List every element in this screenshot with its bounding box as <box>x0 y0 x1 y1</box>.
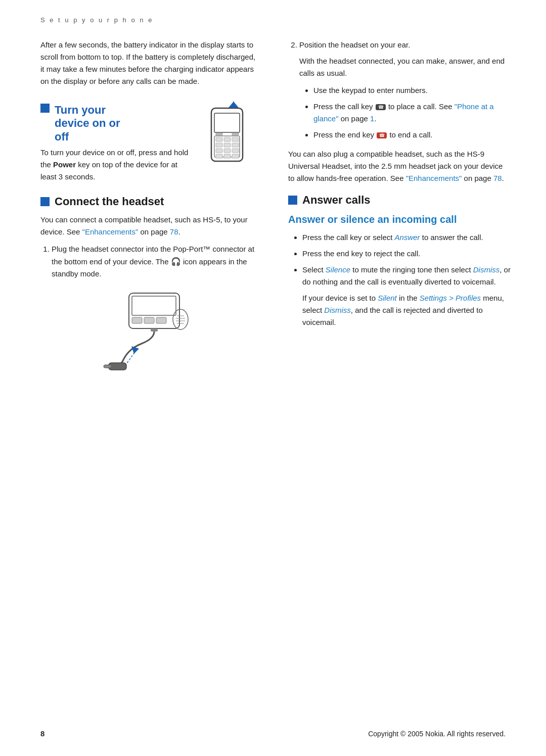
svg-rect-21 <box>132 317 142 323</box>
page-78-link-1[interactable]: 78 <box>170 227 178 236</box>
dismiss-italic-1: Dismiss <box>473 265 500 274</box>
svg-rect-15 <box>216 133 222 135</box>
bullet-keypad: Use the keypad to enter numbers. <box>313 84 511 97</box>
end-key-svg: ☎ <box>376 132 387 139</box>
dismiss-italic-2: Dismiss <box>324 306 351 314</box>
answer-calls-heading: Answer calls <box>302 194 371 207</box>
svg-rect-12 <box>216 154 222 158</box>
svg-rect-1 <box>214 113 240 132</box>
svg-text:☎: ☎ <box>378 105 383 110</box>
page-number: 8 <box>40 729 44 738</box>
if-silent-text: If your device is set to Silent in the S… <box>302 292 511 328</box>
page-78-link-2[interactable]: 78 <box>493 174 502 182</box>
blue-square-answer-icon <box>288 196 297 205</box>
headset-illustration-container <box>40 288 258 379</box>
answer-italic: Answer <box>395 233 420 242</box>
headphone-icon: 🎧 <box>171 257 181 266</box>
svg-rect-26 <box>104 365 112 368</box>
two-col-layout: After a few seconds, the battery indicat… <box>0 29 546 384</box>
answer-bullet-1: Press the call key or select Answer to a… <box>302 231 511 244</box>
svg-rect-23 <box>156 317 166 323</box>
blue-square-icon <box>40 104 50 113</box>
svg-rect-22 <box>144 317 154 323</box>
enhancements-link-1[interactable]: "Enhancements" <box>82 227 139 236</box>
svg-rect-24 <box>151 328 158 332</box>
svg-rect-16 <box>232 133 239 135</box>
svg-rect-8 <box>232 143 239 147</box>
step2-body: With the headset connected, you can make… <box>299 55 511 79</box>
svg-rect-10 <box>224 149 231 153</box>
answer-bullets: Press the call key or select Answer to a… <box>288 231 511 328</box>
device-illustration <box>202 101 258 168</box>
also-text: You can also plug a compatible headset, … <box>288 148 511 184</box>
svg-rect-11 <box>232 149 239 153</box>
enhancements-link-2[interactable]: "Enhancements" <box>406 174 462 182</box>
page-header: S e t u p y o u r p h o n e <box>0 0 546 24</box>
copyright-text: Copyright © 2005 Nokia. All rights reser… <box>368 730 506 738</box>
bullet-end-key: Press the end key ☎ to end a call. <box>313 129 511 141</box>
right-column: Position the headset on your ear. With t… <box>283 29 516 384</box>
connect-step-1: Plug the headset connector into the Pop-… <box>52 243 258 280</box>
silent-italic: Silent <box>378 294 397 302</box>
svg-text:☎: ☎ <box>379 133 385 138</box>
svg-rect-13 <box>224 154 231 158</box>
turn-on-body: To turn your device on or off, press and… <box>40 147 195 183</box>
turn-on-section: Turn your device on or off To turn your … <box>40 99 258 188</box>
phone-at-glance-link[interactable]: "Phone at a glance" <box>313 102 494 123</box>
blue-square-connect-icon <box>40 197 50 206</box>
page-footer: 8 Copyright © 2005 Nokia. All rights res… <box>0 729 546 738</box>
intro-paragraph: After a few seconds, the battery indicat… <box>40 39 258 87</box>
connect-heading: Connect the headset <box>55 195 164 208</box>
svg-rect-9 <box>216 149 222 153</box>
bullet-call-key: Press the call key ☎ to place a call. Se… <box>313 101 511 125</box>
answer-calls-section: Answer calls Answer or silence an incomi… <box>288 194 511 328</box>
answer-calls-title: Answer calls <box>288 194 511 207</box>
connect-body1: You can connect a compatible headset, su… <box>40 214 258 238</box>
right-step-2: Position the headset on your ear. With t… <box>299 39 511 141</box>
header-text: S e t u p y o u r p h o n e <box>40 16 153 24</box>
svg-rect-14 <box>232 154 239 158</box>
svg-rect-20 <box>132 296 176 315</box>
phone-svg <box>202 101 253 166</box>
svg-rect-6 <box>216 143 222 147</box>
silence-italic: Silence <box>326 265 350 274</box>
svg-rect-5 <box>232 137 239 141</box>
svg-rect-4 <box>224 137 231 141</box>
answer-bullet-3: Select Silence to mute the ringing tone … <box>302 264 511 328</box>
svg-point-29 <box>173 309 188 329</box>
right-steps: Position the headset on your ear. With t… <box>288 39 511 141</box>
svg-rect-7 <box>224 143 231 147</box>
turn-on-heading: Turn your device on or off <box>55 104 120 144</box>
call-key-svg: ☎ <box>375 104 386 111</box>
page: S e t u p y o u r p h o n e After a few … <box>0 0 546 756</box>
answer-subheading: Answer or silence an incoming call <box>288 214 511 225</box>
svg-rect-3 <box>216 137 222 141</box>
page-1-link[interactable]: 1 <box>370 114 374 123</box>
left-column: After a few seconds, the battery indicat… <box>30 29 263 384</box>
connect-steps: Plug the headset connector into the Pop-… <box>40 243 258 280</box>
answer-bullet-2: Press the end key to reject the call. <box>302 248 511 260</box>
connect-section-title: Connect the headset <box>40 195 258 208</box>
headset-svg <box>94 288 205 379</box>
settings-profiles-italic: Settings > Profiles <box>420 294 481 302</box>
step2-bullets: Use the keypad to enter numbers. Press t… <box>299 84 511 141</box>
turn-on-title: Turn your device on or off <box>40 104 195 144</box>
